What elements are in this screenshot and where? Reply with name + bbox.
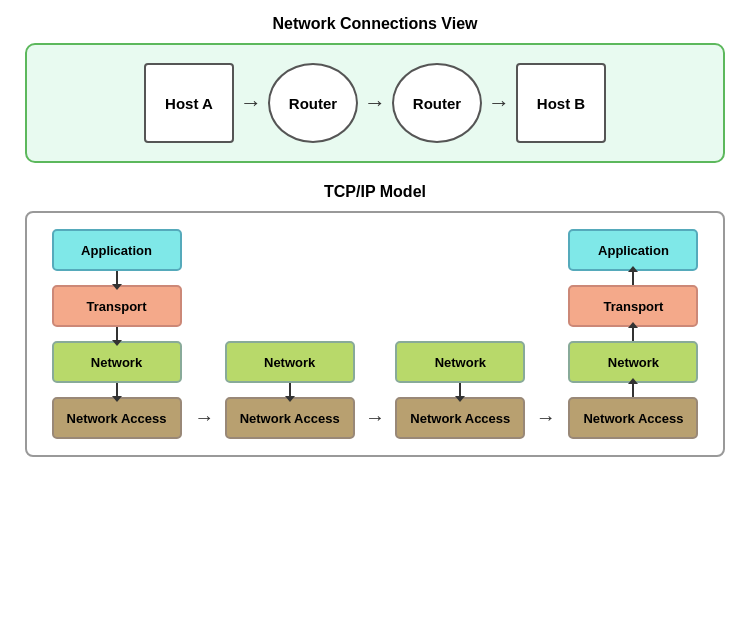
arrow-router1-to-router2: → xyxy=(364,90,386,116)
host-b-app-to-transport-arrow xyxy=(632,271,634,285)
host-b-network-to-access-arrow xyxy=(632,383,634,397)
host-a-network-to-access-arrow xyxy=(116,383,118,397)
host-b-network-layer: Network xyxy=(568,341,698,383)
host-b-column: Application Transport Network Network Ac… xyxy=(556,229,711,439)
host-a-box: Host A xyxy=(144,63,234,143)
tcpip-title: TCP/IP Model xyxy=(25,183,725,201)
router2-network-to-access-arrow xyxy=(459,383,461,397)
host-a-transport-layer: Transport xyxy=(52,285,182,327)
network-connections-title: Network Connections View xyxy=(272,15,477,33)
arrow-router2-to-host-b: → xyxy=(488,90,510,116)
host-b-application-layer: Application xyxy=(568,229,698,271)
router2-circle: Router xyxy=(392,63,482,143)
tcpip-section: TCP/IP Model Application Transport Netwo… xyxy=(25,183,725,457)
host-a-network-layer: Network xyxy=(52,341,182,383)
host-a-app-to-transport-arrow xyxy=(116,271,118,285)
host-b-box: Host B xyxy=(516,63,606,143)
router2-network-layer: Network xyxy=(395,341,525,383)
host-a-network-access-layer: Network Access xyxy=(52,397,182,439)
host-b-transport-layer: Transport xyxy=(568,285,698,327)
network-connections-diagram: Host A → Router → Router → Host B xyxy=(25,43,725,163)
host-a-column: Application Transport Network Network Ac… xyxy=(39,229,194,439)
router1-network-access-layer: Network Access xyxy=(225,397,355,439)
arrow-r1-to-r2: → xyxy=(365,406,385,439)
router1-circle: Router xyxy=(268,63,358,143)
router1-network-layer: Network xyxy=(225,341,355,383)
router1-network-to-access-arrow xyxy=(289,383,291,397)
arrow-r2-to-hb: → xyxy=(536,406,556,439)
host-a-application-layer: Application xyxy=(52,229,182,271)
router2-network-access-layer: Network Access xyxy=(395,397,525,439)
router2-column: Network Network Access xyxy=(385,229,535,439)
host-b-transport-to-network-arrow xyxy=(632,327,634,341)
arrow-ha-to-r1: → xyxy=(194,406,214,439)
host-a-transport-to-network-arrow xyxy=(116,327,118,341)
host-b-network-access-layer: Network Access xyxy=(568,397,698,439)
arrow-host-a-to-router1: → xyxy=(240,90,262,116)
tcpip-diagram: Application Transport Network Network Ac… xyxy=(25,211,725,457)
router1-column: Network Network Access xyxy=(215,229,365,439)
